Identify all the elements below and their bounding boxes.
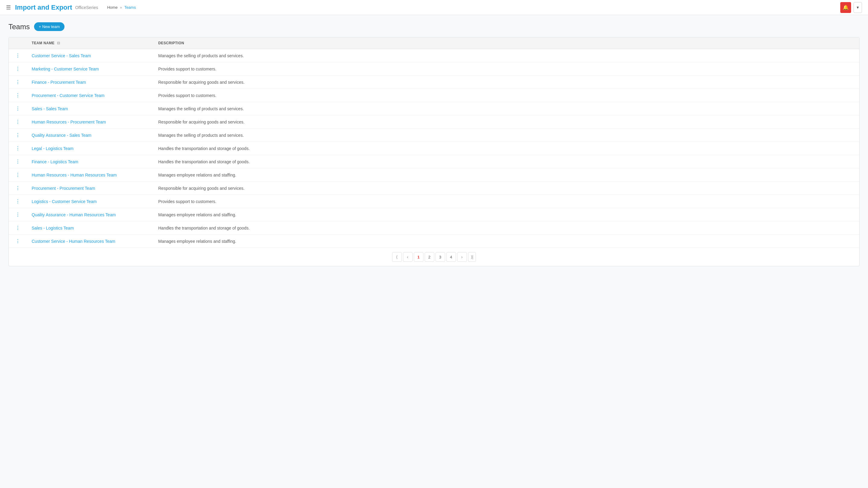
row-team-name: Marketing - Customer Service Team <box>27 62 153 76</box>
pagination-first[interactable]: ⟨ <box>392 252 402 262</box>
table-row: ⋮Legal - Logistics TeamHandles the trans… <box>9 142 859 155</box>
row-description: Manages the selling of products and serv… <box>153 129 859 142</box>
team-name-link[interactable]: Legal - Logistics Team <box>32 146 73 151</box>
row-action-cell: ⋮ <box>9 208 27 221</box>
team-name-link[interactable]: Finance - Procurement Team <box>32 80 86 85</box>
table-row: ⋮Quality Assurance - Human Resources Tea… <box>9 208 859 221</box>
row-description: Manages employee relations and staffing. <box>153 235 859 248</box>
pagination-prev[interactable]: ‹ <box>403 252 412 262</box>
team-name-link[interactable]: Human Resources - Human Resources Team <box>32 173 117 177</box>
row-menu-icon[interactable]: ⋮ <box>16 133 21 138</box>
table-row: ⋮Procurement - Customer Service TeamProv… <box>9 89 859 102</box>
row-action-cell: ⋮ <box>9 168 27 182</box>
row-menu-icon[interactable]: ⋮ <box>16 212 21 217</box>
row-action-cell: ⋮ <box>9 142 27 155</box>
row-team-name: Procurement - Procurement Team <box>27 182 153 195</box>
table-row: ⋮Procurement - Procurement TeamResponsib… <box>9 182 859 195</box>
table-row: ⋮Sales - Logistics TeamHandles the trans… <box>9 221 859 235</box>
row-action-cell: ⋮ <box>9 195 27 208</box>
table-row: ⋮Human Resources - Human Resources TeamM… <box>9 168 859 182</box>
menu-icon[interactable]: ☰ <box>6 4 11 11</box>
row-description: Handles the transportation and storage o… <box>153 155 859 168</box>
row-menu-icon[interactable]: ⋮ <box>16 225 21 230</box>
row-menu-icon[interactable]: ⋮ <box>16 199 21 204</box>
row-action-cell: ⋮ <box>9 76 27 89</box>
row-menu-icon[interactable]: ⋮ <box>16 106 21 111</box>
bell-icon: 🔔 <box>843 4 849 10</box>
row-menu-icon[interactable]: ⋮ <box>16 172 21 177</box>
row-team-name: Sales - Logistics Team <box>27 221 153 235</box>
table-row: ⋮Sales - Sales TeamManages the selling o… <box>9 102 859 116</box>
table-header-row: TEAM NAME ⊟ DESCRIPTION <box>9 37 859 49</box>
row-menu-icon[interactable]: ⋮ <box>16 159 21 164</box>
pagination-page-2[interactable]: 2 <box>425 252 434 262</box>
app-title: Import and Export <box>15 4 72 11</box>
row-menu-icon[interactable]: ⋮ <box>16 53 21 58</box>
table-row: ⋮Quality Assurance - Sales TeamManages t… <box>9 129 859 142</box>
new-team-button[interactable]: + New team <box>34 22 65 31</box>
row-team-name: Human Resources - Human Resources Team <box>27 168 153 182</box>
team-name-link[interactable]: Finance - Logistics Team <box>32 159 79 164</box>
team-name-link[interactable]: Marketing - Customer Service Team <box>32 67 99 71</box>
team-name-link[interactable]: Human Resources - Procurement Team <box>32 120 106 124</box>
table-row: ⋮Human Resources - Procurement TeamRespo… <box>9 116 859 129</box>
main-content: Teams + New team TEAM NAME ⊟ DESCRIPTION <box>0 15 868 273</box>
breadcrumb-home[interactable]: Home <box>107 5 118 10</box>
row-menu-icon[interactable]: ⋮ <box>16 146 21 151</box>
team-name-link[interactable]: Logistics - Customer Service Team <box>32 199 97 204</box>
row-description: Manages employee relations and staffing. <box>153 168 859 182</box>
row-description: Provides support to customers. <box>153 62 859 76</box>
row-action-cell: ⋮ <box>9 62 27 76</box>
row-action-cell: ⋮ <box>9 235 27 248</box>
team-name-link[interactable]: Procurement - Procurement Team <box>32 186 95 191</box>
row-description: Responsible for acquiring goods and serv… <box>153 116 859 129</box>
row-team-name: Quality Assurance - Sales Team <box>27 129 153 142</box>
team-name-link[interactable]: Quality Assurance - Sales Team <box>32 133 91 138</box>
team-name-link[interactable]: Customer Service - Sales Team <box>32 53 91 58</box>
row-action-cell: ⋮ <box>9 102 27 116</box>
pagination-last[interactable]: ⟩| <box>468 252 476 262</box>
row-team-name: Quality Assurance - Human Resources Team <box>27 208 153 221</box>
row-team-name: Sales - Sales Team <box>27 102 153 116</box>
row-menu-icon[interactable]: ⋮ <box>16 79 21 85</box>
breadcrumb-current: Teams <box>124 5 135 10</box>
app-header: ☰ Import and Export OfficeSeries Home » … <box>0 0 868 15</box>
row-description: Manages employee relations and staffing. <box>153 208 859 221</box>
row-team-name: Legal - Logistics Team <box>27 142 153 155</box>
pagination-page-1[interactable]: 1 <box>414 252 424 262</box>
pagination-page-3[interactable]: 3 <box>435 252 445 262</box>
row-menu-icon[interactable]: ⋮ <box>16 119 21 124</box>
table-row: ⋮Marketing - Customer Service TeamProvid… <box>9 62 859 76</box>
app-subtitle: OfficeSeries <box>75 5 98 10</box>
row-action-cell: ⋮ <box>9 116 27 129</box>
team-name-link[interactable]: Customer Service - Human Resources Team <box>32 239 116 244</box>
page-header: Teams + New team <box>8 22 860 31</box>
row-action-cell: ⋮ <box>9 155 27 168</box>
col-header-name: TEAM NAME ⊟ <box>27 37 153 49</box>
filter-icon[interactable]: ⊟ <box>57 41 60 45</box>
row-menu-icon[interactable]: ⋮ <box>16 186 21 191</box>
row-action-cell: ⋮ <box>9 49 27 62</box>
row-team-name: Procurement - Customer Service Team <box>27 89 153 102</box>
row-description: Provides support to customers. <box>153 89 859 102</box>
header-dropdown-button[interactable]: ▼ <box>854 2 862 13</box>
team-name-link[interactable]: Procurement - Customer Service Team <box>32 93 104 98</box>
table-row: ⋮Logistics - Customer Service TeamProvid… <box>9 195 859 208</box>
teams-table-container: TEAM NAME ⊟ DESCRIPTION ⋮Customer Servic… <box>8 37 860 266</box>
table-body: ⋮Customer Service - Sales TeamManages th… <box>9 49 859 248</box>
row-action-cell: ⋮ <box>9 129 27 142</box>
table-row: ⋮Finance - Procurement TeamResponsible f… <box>9 76 859 89</box>
row-menu-icon[interactable]: ⋮ <box>16 93 21 98</box>
pagination-next[interactable]: › <box>457 252 467 262</box>
pagination-page-4[interactable]: 4 <box>446 252 456 262</box>
row-menu-icon[interactable]: ⋮ <box>16 238 21 244</box>
row-description: Provides support to customers. <box>153 195 859 208</box>
pagination: ⟨ ‹ 1 2 3 4 › ⟩| <box>9 248 859 266</box>
team-name-link[interactable]: Sales - Logistics Team <box>32 226 74 230</box>
row-description: Responsible for acquiring goods and serv… <box>153 76 859 89</box>
row-team-name: Customer Service - Sales Team <box>27 49 153 62</box>
row-menu-icon[interactable]: ⋮ <box>16 66 21 71</box>
team-name-link[interactable]: Sales - Sales Team <box>32 106 68 111</box>
notifications-button[interactable]: 🔔 <box>840 2 851 13</box>
team-name-link[interactable]: Quality Assurance - Human Resources Team <box>32 213 116 217</box>
